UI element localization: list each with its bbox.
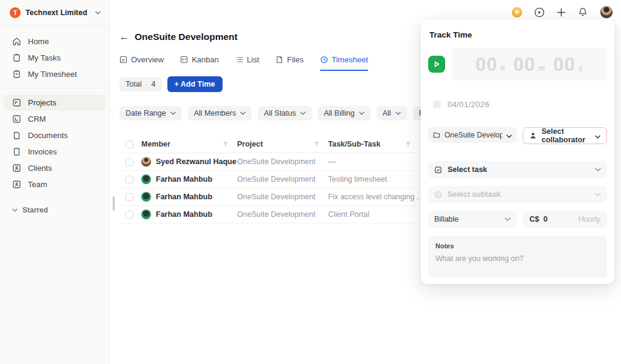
user-avatar[interactable] xyxy=(600,5,613,19)
sidebar-item-team[interactable]: Team xyxy=(4,176,106,193)
sidebar-item-my-tasks[interactable]: My Tasks xyxy=(4,50,106,66)
task-cell: Client Portal xyxy=(328,210,420,219)
table-row[interactable]: Syed Rezwanul Haque OneSuite Development… xyxy=(119,153,420,171)
billable-select[interactable]: Billable xyxy=(428,211,517,228)
column-label: Member xyxy=(141,140,170,148)
notes-placeholder: What are you working on? xyxy=(435,254,600,263)
start-timer-button[interactable] xyxy=(428,56,445,73)
sidebar-item-crm[interactable]: CRM xyxy=(4,111,106,127)
add-time-button[interactable]: + Add Time xyxy=(167,76,223,92)
tab-label: Overview xyxy=(131,55,164,64)
filter-label: All xyxy=(383,109,391,117)
sidebar-item-home[interactable]: Home xyxy=(4,33,106,50)
team-icon xyxy=(12,180,21,189)
project-select[interactable]: OneSuite Developme... xyxy=(428,127,517,143)
tab-label: Files xyxy=(287,55,303,64)
sidebar-nav: Home My Tasks My Timesheet Projects xyxy=(0,26,109,214)
invoices-icon xyxy=(12,147,21,156)
workspace-name: Technext Limited xyxy=(25,8,87,17)
project-cell: OneSuite Development xyxy=(237,210,328,219)
tab-kanban[interactable]: Kanban xyxy=(180,55,219,71)
tab-overview[interactable]: Overview xyxy=(119,55,164,71)
subtask-select[interactable]: Select subtask xyxy=(428,186,607,203)
chevron-down-icon xyxy=(95,11,101,15)
task-select[interactable]: Select task xyxy=(428,161,607,178)
column-header-task[interactable]: Task/Sub-Task xyxy=(328,140,420,148)
total-label: Total xyxy=(126,80,141,88)
chevron-down-icon xyxy=(12,208,18,212)
tab-timesheet[interactable]: Timesheet xyxy=(320,55,368,71)
member-cell: Farhan Mahbub xyxy=(141,174,237,184)
sidebar-item-label: My Tasks xyxy=(28,53,61,62)
collaborator-select[interactable]: Select collaborator xyxy=(523,127,607,144)
timer-row: 00 h 00 m 00 s xyxy=(428,48,607,81)
filter-all[interactable]: All xyxy=(377,106,407,121)
filter-members[interactable]: All Members xyxy=(188,106,252,121)
sidebar-item-my-timesheet[interactable]: My Timesheet xyxy=(4,66,106,82)
back-arrow-icon[interactable]: ← xyxy=(119,32,129,42)
date-picker[interactable]: 04/01/2026 xyxy=(428,100,607,109)
table-row[interactable]: Farhan Mahbub OneSuite Development Fix a… xyxy=(119,188,420,206)
topbar-actions: ✦ xyxy=(512,5,613,19)
rate-input[interactable]: C$ 0 Hourly xyxy=(523,211,607,228)
total-separator: · xyxy=(145,80,147,88)
filter-date-range[interactable]: Date Range xyxy=(119,106,182,121)
table-row[interactable]: Farhan Mahbub OneSuite Development Clien… xyxy=(119,206,420,223)
tab-files[interactable]: Files xyxy=(275,55,303,71)
timer-display: 00 h 00 m 00 s xyxy=(452,48,607,81)
sidebar-item-invoices[interactable]: Invoices xyxy=(4,144,106,160)
column-header-project[interactable]: Project xyxy=(237,140,328,148)
member-cell: Syed Rezwanul Haque xyxy=(141,157,237,167)
notes-label: Notes xyxy=(435,242,600,250)
avatar xyxy=(141,210,151,219)
filter-billing[interactable]: All Billing xyxy=(318,106,371,121)
rate-amount: 0 xyxy=(543,215,548,223)
sidebar-item-projects[interactable]: Projects xyxy=(4,94,106,111)
row-checkbox[interactable] xyxy=(126,176,133,184)
task-cell: — xyxy=(328,157,420,166)
filter-funnel-icon[interactable] xyxy=(314,141,320,147)
table-row[interactable]: Farhan Mahbub OneSuite Development Testi… xyxy=(119,171,420,188)
row-checkbox[interactable] xyxy=(126,193,133,201)
sidebar-item-clients[interactable]: Clients xyxy=(4,160,106,176)
column-label: Task/Sub-Task xyxy=(328,140,380,148)
sidebar-section-starred[interactable]: Starred xyxy=(0,206,109,214)
row-checkbox[interactable] xyxy=(126,158,133,166)
scrollbar-thumb[interactable] xyxy=(113,196,115,211)
date-value: 04/01/2026 xyxy=(448,100,489,109)
track-time-panel: Track Time 00 h 00 m 00 s 04/01/2026 xyxy=(421,19,614,284)
filter-label: All Status xyxy=(264,109,296,117)
projects-icon xyxy=(12,98,21,107)
tab-label: List xyxy=(247,55,259,64)
sidebar-item-documents[interactable]: Documents xyxy=(4,127,106,144)
notifications-bell-icon[interactable] xyxy=(578,7,588,17)
tab-list[interactable]: List xyxy=(235,55,259,71)
add-new-icon[interactable] xyxy=(557,8,566,17)
column-label: Project xyxy=(237,140,263,148)
billable-select-value: Billable xyxy=(434,215,499,223)
play-circle-icon[interactable] xyxy=(534,7,545,18)
column-header-member[interactable]: Member xyxy=(141,140,237,148)
project-cell: OneSuite Development xyxy=(237,193,328,201)
collaborator-select-value: Select collaborator xyxy=(542,127,590,144)
filter-funnel-icon[interactable] xyxy=(223,141,229,147)
select-all-checkbox[interactable] xyxy=(126,141,133,148)
list-icon xyxy=(235,56,243,64)
chevron-down-icon xyxy=(595,130,600,141)
billing-row: Billable C$ 0 Hourly xyxy=(428,211,607,228)
filter-status[interactable]: All Status xyxy=(258,106,312,121)
member-name: Farhan Mahbub xyxy=(156,175,212,184)
filter-funnel-icon[interactable] xyxy=(405,141,411,147)
notes-input[interactable]: Notes What are you working on? xyxy=(428,236,607,278)
sidebar-item-label: Team xyxy=(28,180,47,189)
member-cell: Farhan Mahbub xyxy=(141,192,237,202)
documents-icon xyxy=(12,131,21,140)
timer-hours-unit: h xyxy=(500,64,505,73)
workspace-logo: T xyxy=(10,7,21,18)
row-checkbox[interactable] xyxy=(126,211,133,219)
rewards-coin-icon[interactable]: ✦ xyxy=(512,7,522,18)
filter-label: All Billing xyxy=(324,109,355,117)
workspace-switcher[interactable]: T Technext Limited xyxy=(0,0,109,26)
member-name: Syed Rezwanul Haque xyxy=(156,157,237,166)
overview-icon xyxy=(119,56,127,64)
